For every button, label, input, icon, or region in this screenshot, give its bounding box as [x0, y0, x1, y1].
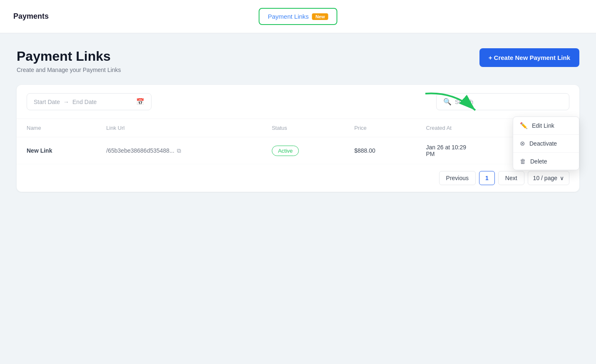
- col-created-at: Created At: [416, 119, 522, 137]
- url-text: /65b3ebe38686d535488...: [106, 147, 174, 154]
- delete-item[interactable]: 🗑 Delete: [513, 153, 579, 170]
- payment-links-tab[interactable]: Payment Links New: [258, 8, 337, 25]
- main-content: Payment Links Create and Manage your Pay…: [0, 33, 596, 207]
- payment-links-table: Name Link Url Status Price Created At Ne…: [17, 119, 579, 164]
- start-date-placeholder: Start Date: [34, 99, 60, 105]
- deactivate-icon: ⊗: [520, 140, 525, 147]
- row-status: Active: [262, 137, 344, 164]
- per-page-label: 10 / page: [533, 175, 557, 181]
- table-row: New Link /65b3ebe38686d535488... ⧉ Activ…: [17, 137, 579, 164]
- table-container: Start Date → End Date 📅 🔍 Name Link Url …: [17, 85, 579, 192]
- nav-logo: Payments: [13, 12, 49, 21]
- page-header-text: Payment Links Create and Manage your Pay…: [17, 48, 121, 73]
- row-name: New Link: [17, 137, 96, 164]
- calendar-icon: 📅: [136, 98, 144, 106]
- delete-label: Delete: [530, 158, 547, 165]
- date-arrow-icon: →: [63, 99, 69, 105]
- nav-center: Payment Links New: [258, 8, 337, 25]
- col-name: Name: [17, 119, 96, 137]
- search-icon: 🔍: [443, 98, 452, 106]
- copy-icon[interactable]: ⧉: [177, 147, 181, 154]
- actions-dropdown-menu: ✏️ Edit Link ⊗ Deactivate 🗑 Delete: [513, 116, 579, 170]
- deactivate-label: Deactivate: [529, 140, 557, 147]
- status-badge: Active: [272, 146, 299, 156]
- edit-link-label: Edit Link: [532, 122, 554, 129]
- delete-icon: 🗑: [520, 158, 526, 165]
- search-box: 🔍: [436, 93, 569, 110]
- page-title: Payment Links: [17, 48, 121, 64]
- filters-row: Start Date → End Date 📅 🔍: [17, 85, 579, 119]
- chevron-down-icon: ∨: [560, 175, 564, 181]
- col-price: Price: [344, 119, 416, 137]
- next-button[interactable]: Next: [498, 171, 524, 185]
- page-subtitle: Create and Manage your Payment Links: [17, 67, 121, 73]
- page-header: Payment Links Create and Manage your Pay…: [17, 48, 579, 73]
- create-payment-link-button[interactable]: + Create New Payment Link: [479, 48, 579, 67]
- edit-link-item[interactable]: ✏️ Edit Link: [513, 117, 579, 135]
- pagination-row: Previous 1 Next 10 / page ∨: [17, 164, 579, 192]
- table-header-row: Name Link Url Status Price Created At: [17, 119, 579, 137]
- col-status: Status: [262, 119, 344, 137]
- top-nav: Payments Payment Links New: [0, 0, 596, 33]
- search-input[interactable]: [455, 99, 562, 105]
- page-1-button[interactable]: 1: [479, 171, 495, 185]
- nav-tab-badge: New: [312, 13, 328, 20]
- row-created-at: Jan 26 at 10:29PM: [416, 137, 522, 164]
- col-url: Link Url: [96, 119, 262, 137]
- per-page-selector[interactable]: 10 / page ∨: [528, 171, 569, 185]
- end-date-placeholder: End Date: [72, 99, 97, 105]
- previous-button[interactable]: Previous: [439, 171, 476, 185]
- edit-icon: ✏️: [520, 122, 528, 129]
- row-price: $888.00: [344, 137, 416, 164]
- row-url: /65b3ebe38686d535488... ⧉: [96, 137, 262, 164]
- deactivate-item[interactable]: ⊗ Deactivate: [513, 135, 579, 153]
- date-range-picker[interactable]: Start Date → End Date 📅: [27, 93, 151, 110]
- nav-tab-label: Payment Links: [268, 13, 308, 20]
